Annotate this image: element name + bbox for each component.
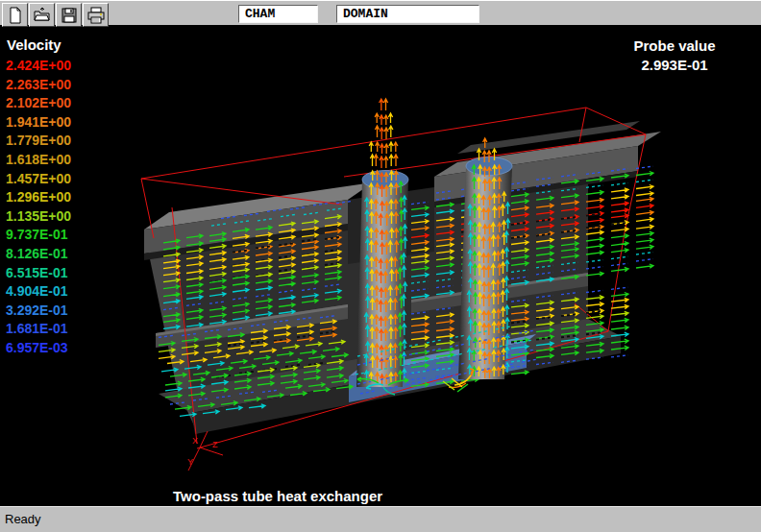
legend-entry: 1.296E+00	[6, 188, 71, 207]
status-text: Ready	[5, 512, 41, 526]
open-folder-icon	[34, 7, 51, 24]
legend-entry: 2.424E+00	[6, 57, 71, 76]
axis-label-y: Y	[187, 457, 193, 467]
legend-entry: 9.737E-01	[6, 226, 71, 245]
axis-triad: X Z Y	[187, 431, 223, 471]
scene-caption: Two-pass tube heat exchanger	[173, 488, 382, 504]
legend-entry: 1.941E+00	[6, 113, 71, 133]
phoenics-viewer-window: X Z Y Velocity 2.424E+002.263E+002.102E+…	[0, 0, 761, 532]
new-document-icon	[7, 7, 24, 24]
legend-entry: 1.135E+00	[6, 207, 71, 227]
new-file-button[interactable]	[2, 3, 28, 27]
legend-entry: 4.904E-01	[6, 282, 71, 302]
probe-value: 2.993E-01	[625, 57, 724, 73]
legend-entry: 3.292E-01	[6, 302, 71, 321]
object-name-field[interactable]	[336, 5, 479, 23]
graphics-viewport[interactable]: X Z Y Velocity 2.424E+002.263E+002.102E+…	[0, 29, 761, 506]
run-name-field[interactable]	[238, 5, 318, 23]
legend-entry: 2.263E+00	[6, 76, 71, 95]
print-button[interactable]	[83, 3, 109, 27]
open-file-button[interactable]	[29, 3, 55, 27]
legend-entry: 6.515E-01	[6, 264, 71, 283]
save-floppy-icon	[61, 7, 78, 24]
printer-icon	[87, 7, 105, 24]
legend-entry: 1.618E+00	[6, 151, 71, 170]
legend-title: Velocity	[7, 36, 61, 53]
legend-entry: 1.779E+00	[6, 132, 71, 151]
scene-svg: X Z Y	[0, 29, 761, 506]
legend-entry: 6.957E-03	[6, 339, 71, 358]
legend-entry: 2.102E+00	[6, 94, 71, 113]
legend-entry: 8.126E-01	[6, 245, 71, 264]
velocity-legend: 2.424E+002.263E+002.102E+001.941E+001.77…	[6, 57, 71, 358]
save-file-button[interactable]	[56, 3, 82, 27]
legend-entry: 1.457E+00	[6, 170, 71, 189]
status-bar: Ready	[0, 506, 761, 532]
axis-label-z: Z	[212, 440, 218, 449]
axis-label-x: X	[192, 436, 198, 446]
toolbar	[0, 0, 761, 27]
legend-entry: 1.681E-01	[6, 320, 71, 339]
probe-value-label: Probe value	[625, 37, 724, 54]
